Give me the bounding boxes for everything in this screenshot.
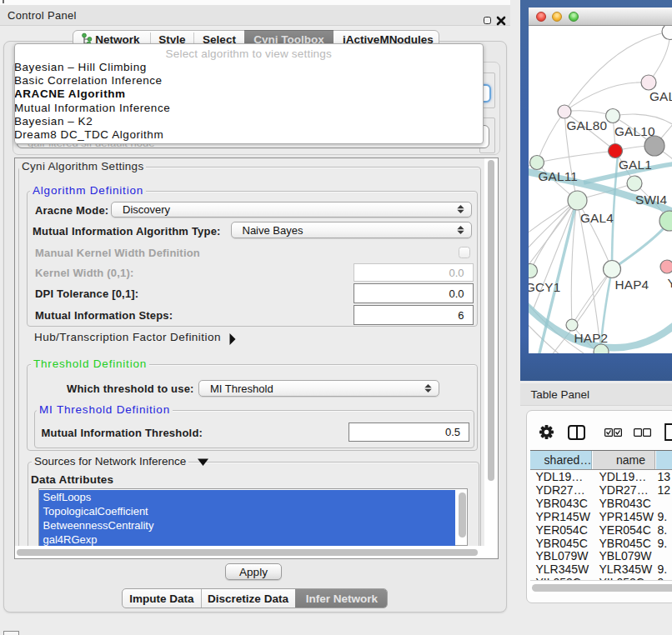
svg-text:GCY1: GCY1 [529, 280, 560, 294]
svg-text:GAL11: GAL11 [539, 169, 579, 183]
svg-text:SWI4: SWI4 [635, 192, 667, 207]
svg-text:GAL4: GAL4 [580, 211, 614, 225]
svg-text:HAP2: HAP2 [574, 331, 609, 345]
svg-text:Y: Y [668, 276, 672, 290]
svg-text:GAL7: GAL7 [649, 89, 672, 103]
svg-text:GAL10: GAL10 [614, 124, 655, 138]
svg-text:GAL1: GAL1 [619, 158, 652, 172]
svg-text:GAL80: GAL80 [567, 118, 608, 132]
svg-text:HAP4: HAP4 [615, 278, 649, 292]
